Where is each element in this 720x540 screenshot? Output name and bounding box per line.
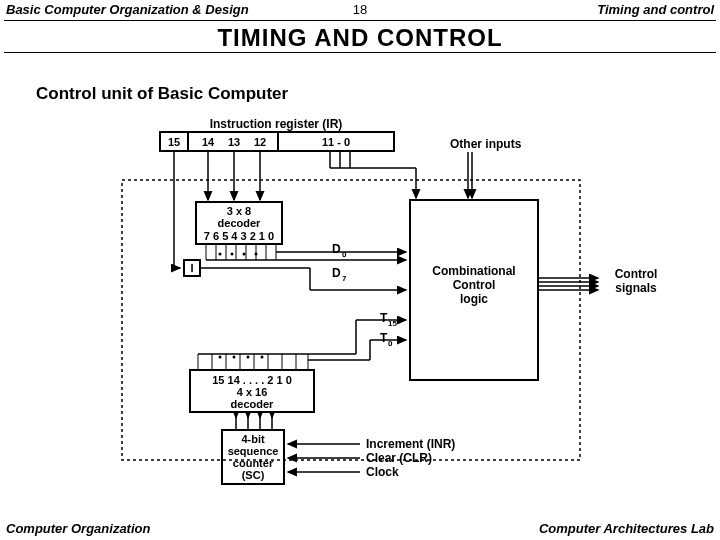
- sc-l4: (SC): [242, 469, 265, 481]
- dec416-m: decoder: [231, 398, 275, 410]
- svg-point-57: [233, 356, 236, 359]
- sc-l3: counter: [233, 457, 274, 469]
- ir-range: 11 - 0: [322, 136, 350, 148]
- ir-bit15: 15: [168, 136, 180, 148]
- svg-point-33: [243, 253, 246, 256]
- ir-bit13: 13: [228, 136, 240, 148]
- t0-sub: 0: [388, 339, 393, 348]
- svg-point-32: [231, 253, 234, 256]
- comb-l3: logic: [460, 292, 488, 306]
- t0-label: T: [380, 331, 388, 345]
- d7-sub: 7: [342, 274, 347, 283]
- d0-label: D: [332, 242, 341, 256]
- svg-rect-0: [122, 180, 580, 460]
- svg-point-31: [219, 253, 222, 256]
- ctrlsig-l1: Control: [615, 267, 658, 281]
- comb-l2: Control: [453, 278, 496, 292]
- svg-point-58: [247, 356, 250, 359]
- d-lines: [206, 244, 276, 260]
- comb-l1: Combinational: [432, 264, 515, 278]
- d0-sub: 0: [342, 250, 347, 259]
- t-lines: [198, 354, 308, 370]
- dec416-t: 4 x 16: [237, 386, 268, 398]
- svg-point-34: [255, 253, 258, 256]
- sc-in1: Increment (INR): [366, 437, 455, 451]
- dec38-sub: decoder: [218, 217, 262, 229]
- sc-in2: Clear (CLR): [366, 451, 432, 465]
- ir-bit12: 12: [254, 136, 266, 148]
- svg-point-56: [219, 356, 222, 359]
- d7-label: D: [332, 266, 341, 280]
- sc-in3: Clock: [366, 465, 399, 479]
- sc-l1: 4-bit: [241, 433, 265, 445]
- ir-label: Instruction register (IR): [210, 117, 343, 131]
- dec416-bits: 15 14 . . . . 2 1 0: [212, 374, 292, 386]
- dec38-bits: 7 6 5 4 3 2 1 0: [204, 230, 274, 242]
- i-label: I: [190, 262, 193, 274]
- dec38-title: 3 x 8: [227, 205, 251, 217]
- sc-l2: sequence: [228, 445, 279, 457]
- svg-point-59: [261, 356, 264, 359]
- ctrlsig-l2: signals: [615, 281, 657, 295]
- t15-sub: 15: [388, 319, 397, 328]
- other-inputs-label: Other inputs: [450, 137, 522, 151]
- ir-bit14: 14: [202, 136, 215, 148]
- t15-label: T: [380, 311, 388, 325]
- diagram-svg: Instruction register (IR) 15 14 13 12 11…: [0, 0, 720, 540]
